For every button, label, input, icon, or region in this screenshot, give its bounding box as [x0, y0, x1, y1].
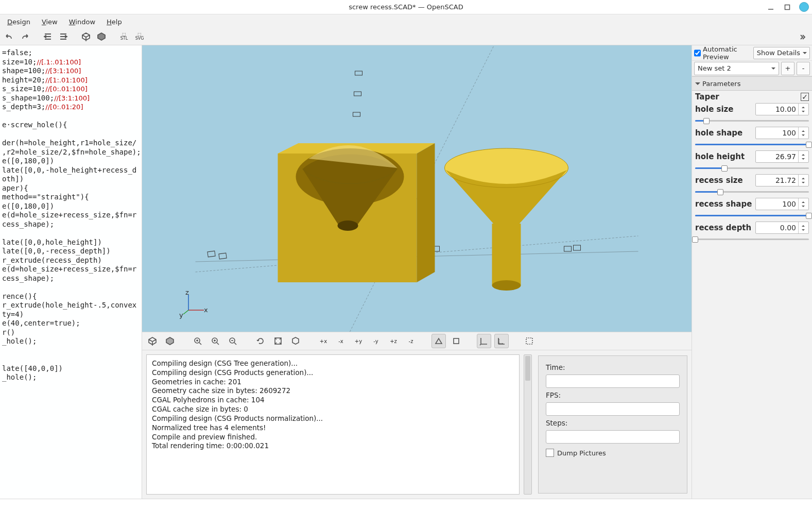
export-stl-icon[interactable]: ⬚STL [117, 30, 131, 43]
add-set-button[interactable]: + [781, 62, 794, 75]
dump-pictures-checkbox[interactable]: Dump Pictures [546, 449, 680, 457]
param-spinbox[interactable] [755, 174, 809, 186]
vt-zoom-in-icon[interactable] [208, 334, 222, 348]
console[interactable]: Compiling design (CSG Tree generation)..… [146, 354, 520, 495]
param-group-header[interactable]: Parameters [692, 76, 812, 91]
render-icon[interactable] [95, 30, 108, 43]
param-label: Taper [695, 92, 799, 101]
vt-render-icon[interactable] [163, 334, 177, 348]
svg-line-32 [234, 343, 236, 345]
spin-down-icon[interactable] [799, 228, 807, 233]
undo-icon[interactable] [3, 30, 16, 43]
param-label: recess depth [695, 223, 753, 232]
slider-knob[interactable] [717, 189, 723, 195]
vt-view-all-icon[interactable] [271, 334, 285, 348]
param-slider[interactable] [695, 117, 809, 124]
vt-zoom-fit-icon[interactable] [191, 334, 205, 348]
vt-front-icon[interactable]: +y [351, 334, 366, 348]
steps-input[interactable] [546, 430, 680, 444]
param-value-input[interactable] [756, 105, 798, 113]
vt-show-scale-icon[interactable] [494, 334, 509, 348]
slider-knob[interactable] [806, 142, 812, 148]
param-value-input[interactable] [756, 129, 798, 137]
automatic-preview-checkbox[interactable]: Automatic Preview [694, 45, 751, 61]
vt-back-icon[interactable]: -y [369, 334, 383, 348]
show-details-dropdown[interactable]: Show Details [753, 47, 810, 59]
export-svg-icon[interactable]: ⬚SVG [133, 30, 146, 43]
vt-crosshair-icon[interactable] [522, 334, 537, 348]
param-Taper: Taper [692, 91, 812, 101]
viewport-toolbar: +x -x +y -y +z -z [142, 332, 692, 350]
preview-icon[interactable] [79, 30, 93, 43]
unindent-icon[interactable] [41, 30, 55, 43]
spin-up-icon[interactable] [799, 175, 807, 180]
spin-down-icon[interactable] [799, 109, 807, 115]
param-spinbox[interactable] [755, 198, 809, 210]
spin-up-icon[interactable] [799, 104, 807, 109]
param-slider[interactable] [695, 212, 809, 219]
svg-line-24 [199, 343, 201, 345]
slider-knob[interactable] [806, 213, 812, 219]
toolbar-overflow-icon[interactable] [796, 30, 809, 43]
param-spinbox[interactable] [755, 222, 809, 234]
svg-rect-1 [785, 5, 790, 9]
vt-reset-view-icon[interactable] [253, 334, 268, 348]
vt-bottom-icon[interactable]: -z [404, 334, 418, 348]
slider-knob[interactable] [721, 165, 728, 172]
vt-perspective-icon[interactable] [431, 334, 446, 348]
param-value-input[interactable] [756, 176, 798, 184]
param-slider[interactable] [695, 235, 809, 243]
code-editor[interactable]: =false; size=10;//[.1:.01:100] shape=100… [0, 45, 142, 499]
slider-knob[interactable] [692, 236, 698, 243]
param-slider[interactable] [695, 164, 809, 172]
indent-icon[interactable] [57, 30, 70, 43]
svg-rect-10 [574, 245, 581, 250]
vt-top-icon[interactable]: +z [386, 334, 401, 348]
window-maximize-icon[interactable] [783, 3, 792, 12]
redo-icon[interactable] [19, 30, 32, 43]
vt-zoom-out-icon[interactable] [226, 334, 240, 348]
spin-down-icon[interactable] [799, 133, 807, 139]
spin-up-icon[interactable] [799, 127, 807, 133]
fps-input[interactable] [546, 402, 680, 416]
window-close-icon[interactable] [799, 2, 809, 12]
slider-knob[interactable] [703, 118, 710, 124]
vt-ortho-icon[interactable] [449, 334, 463, 348]
code-editor-pane[interactable]: =false; size=10;//[.1:.01:100] shape=100… [0, 45, 142, 499]
menu-window[interactable]: Window [64, 16, 100, 28]
vt-right-icon[interactable]: +x [316, 334, 331, 348]
param-value-input[interactable] [756, 224, 798, 232]
parameter-set-dropdown[interactable]: New set 2 [694, 62, 779, 75]
param-slider[interactable] [695, 141, 809, 148]
vt-left-icon[interactable]: -x [334, 334, 348, 348]
vt-preview-icon[interactable] [145, 334, 160, 348]
window-minimize-icon[interactable] [766, 3, 775, 12]
spin-up-icon[interactable] [799, 222, 807, 228]
3d-viewport[interactable]: x z y [142, 45, 692, 332]
console-scrollbar[interactable] [524, 354, 532, 495]
remove-set-button[interactable]: - [797, 62, 810, 75]
vt-surfaces-icon[interactable] [288, 334, 303, 348]
show-details-label: Show Details [757, 49, 800, 57]
param-label: recess size [695, 176, 753, 185]
spin-up-icon[interactable] [799, 198, 807, 204]
spin-up-icon[interactable] [799, 151, 807, 157]
param-checkbox[interactable] [801, 93, 809, 101]
axis-y-label: y [179, 311, 183, 319]
time-input[interactable] [546, 375, 680, 388]
spin-down-icon[interactable] [799, 204, 807, 210]
spin-down-icon[interactable] [799, 180, 807, 186]
menu-design[interactable]: Design [2, 16, 36, 28]
param-spinbox[interactable] [755, 127, 809, 139]
param-slider[interactable] [695, 188, 809, 195]
menu-view[interactable]: View [37, 16, 63, 28]
param-spinbox[interactable] [755, 103, 809, 115]
svg-line-28 [217, 343, 219, 345]
param-value-input[interactable] [756, 152, 798, 161]
spin-down-icon[interactable] [799, 157, 807, 162]
param-spinbox[interactable] [755, 150, 809, 163]
checkbox-icon [546, 449, 554, 457]
vt-show-axes-icon[interactable] [477, 334, 491, 348]
param-value-input[interactable] [756, 200, 798, 208]
menu-help[interactable]: Help [101, 16, 127, 28]
